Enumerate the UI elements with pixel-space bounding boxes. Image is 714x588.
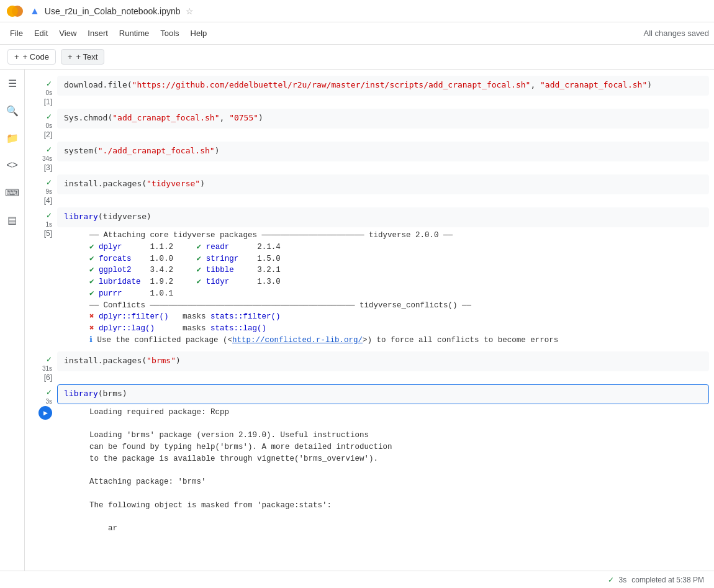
sidebar-terminal-icon[interactable]: ▤ [4,211,21,228]
cell-2-gutter: ✓ 0s [2] [25,109,57,139]
plus-icon: + [14,52,19,61]
cell-6-code[interactable]: install.packages("brms") [57,351,709,371]
status-check-icon: ✓ [608,576,614,584]
save-status: All changes saved [643,29,709,38]
cell-7-output: Loading required package: Rcpp Loading '… [57,404,714,537]
cell-3-number: [3] [44,163,52,172]
menu-tools[interactable]: Tools [155,26,184,40]
notebook: ✓ 0s [1] download.file("https://github.c… [25,70,714,571]
cell-4-code[interactable]: install.packages("tidyverse") [57,174,709,194]
cell-7-code[interactable]: library(brms) [57,384,709,404]
statusbar: ✓ 3s completed at 5:38 PM [0,571,714,588]
menu-runtime[interactable]: Runtime [114,26,154,40]
cell-4: ✓ 9s [4] install.packages("tidyverse") [25,173,714,206]
add-text-button[interactable]: + + Text [61,49,104,65]
cell-5-wrapper: library(tidyverse) ── Attaching core tid… [57,207,714,349]
notebook-title[interactable]: Use_r2u_in_Colab_notebook.ipynb [45,6,181,16]
cell-4-check: ✓ [46,178,52,187]
add-code-button[interactable]: + + Code [7,49,56,65]
cell-5: ✓ 1s [5] library(tidyverse) ── Attaching… [25,206,714,350]
svg-point-2 [7,6,18,17]
menu-help[interactable]: Help [186,26,212,40]
cell-2-check: ✓ [46,112,52,121]
topbar: ▲ Use_r2u_in_Colab_notebook.ipynb ☆ [0,0,714,22]
cell-1-check: ✓ [46,79,52,88]
menu-bar: File Edit View Insert Runtime Tools Help… [0,22,714,45]
cell-1-gutter: ✓ 0s [1] [25,76,57,106]
cell-5-number: [5] [44,229,52,238]
cell-4-gutter: ✓ 9s [4] [25,174,57,205]
status-time: 3s [619,576,627,584]
cell-7: ✓ 3s library(brms) Loading required pack… [25,383,714,538]
menu-insert[interactable]: Insert [83,26,113,40]
cell-6: ✓ 31s [6] install.packages("brms") [25,350,714,383]
cell-2-code[interactable]: Sys.chmod("add_cranapt_focal.sh", "0755"… [57,109,709,129]
cell-2-number: [2] [44,130,52,139]
toolbar: + + Code + + Text [0,45,714,70]
sidebar-search-icon[interactable]: 🔍 [4,102,21,119]
cell-2: ✓ 0s [2] Sys.chmod("add_cranapt_focal.sh… [25,107,714,140]
menu-file[interactable]: File [5,26,28,40]
cell-5-gutter: ✓ 1s [5] [25,207,57,238]
cell-3-time: 34s [42,155,52,162]
cell-5-time: 1s [45,221,52,228]
main: ☰ 🔍 📁 <> ⌨ ▤ ✓ 0s [1] download.file("htt… [0,70,714,571]
cell-7-check: ✓ [46,388,52,397]
cell-3-check: ✓ [46,145,52,154]
sidebar-menu-icon[interactable]: ☰ [4,75,21,92]
cell-1-number: [1] [44,97,52,106]
menu-view[interactable]: View [54,26,81,40]
colab-logo [5,1,25,21]
star-icon[interactable]: ☆ [186,6,194,16]
cell-2-time: 0s [45,122,52,129]
drive-icon: ▲ [30,6,40,17]
cell-6-time: 31s [42,365,52,372]
cell-5-output: ── Attaching core tidyverse packages ───… [57,227,714,349]
add-text-label: + Text [76,52,97,61]
sidebar-folder-icon[interactable]: 📁 [4,129,21,147]
cell-4-number: [4] [44,196,52,205]
cell-1-time: 0s [45,89,52,96]
cell-7-gutter: ✓ 3s [25,384,57,420]
sidebar-keyboard-icon[interactable]: ⌨ [4,184,21,201]
cell-5-check: ✓ [46,211,52,220]
cell-1: ✓ 0s [1] download.file("https://github.c… [25,75,714,107]
sidebar-code-icon[interactable]: <> [4,156,21,174]
status-completed: completed at 5:38 PM [631,576,704,584]
sidebar: ☰ 🔍 📁 <> ⌨ ▤ [0,70,25,571]
cell-4-time: 9s [45,188,52,195]
cell-7-wrapper: library(brms) Loading required package: … [57,384,714,537]
menu-edit[interactable]: Edit [29,26,53,40]
cell-3-code[interactable]: system("./add_cranapt_focal.sh") [57,142,709,161]
cell-7-run-button[interactable] [38,406,52,420]
cell-7-time: 3s [45,398,52,405]
cell-5-code[interactable]: library(tidyverse) [57,207,709,227]
cell-6-gutter: ✓ 31s [6] [25,351,57,382]
plus-icon-text: + [68,52,73,61]
cell-6-check: ✓ [46,355,52,364]
add-code-label: + Code [23,52,49,61]
cell-1-code[interactable]: download.file("https://github.com/eddelb… [57,76,709,96]
cell-6-number: [6] [44,373,52,382]
cell-3-gutter: ✓ 34s [3] [25,142,57,172]
cell-3: ✓ 34s [3] system("./add_cranapt_focal.sh… [25,140,714,173]
